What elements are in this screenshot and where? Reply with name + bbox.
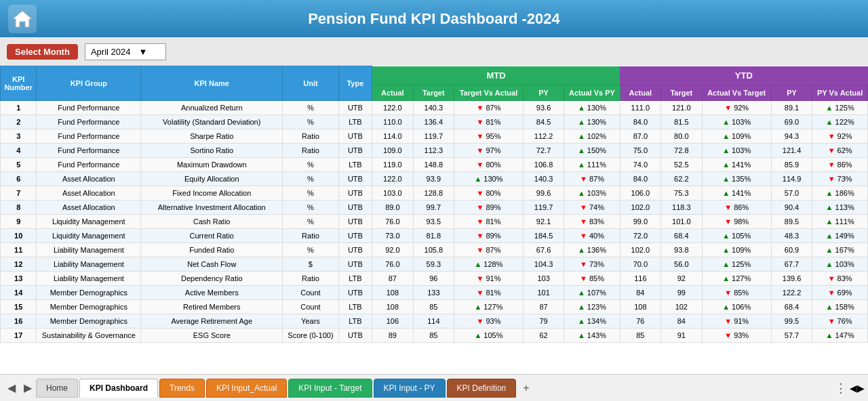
cell-kpi-name: Cash Ratio (141, 214, 283, 228)
col-mtd-target: Target (413, 85, 454, 100)
table-row: 4 Fund Performance Sortino Ratio Ratio U… (1, 143, 868, 157)
cell-kpi-group: Asset Allocation (37, 171, 141, 186)
tab-kpi-definition[interactable]: KPI Definition (447, 379, 517, 398)
cell-ytd-pvsa: ▲ 122% (812, 114, 868, 129)
cell-mtd-avpy: ▼ 73% (564, 257, 620, 271)
cell-kpi-group: Fund Performance (37, 100, 141, 114)
tab-prev-button[interactable]: ◀ (3, 381, 20, 394)
cell-type: UTB (338, 129, 372, 143)
cell-kpi-name: Alternative Investment Allocation (141, 200, 283, 214)
cell-ytd-actual: 111.0 (620, 100, 660, 114)
tab-arrow-left-icon[interactable]: ◀ (850, 383, 857, 394)
cell-kpi-group: Asset Allocation (37, 186, 141, 200)
tab-kpi-input-py[interactable]: KPI Input - PY (374, 379, 446, 398)
arrow-down-icon: ▼ (724, 104, 732, 112)
cell-kpi-group: Member Demographics (37, 314, 141, 328)
ytd-section-header: YTD (620, 66, 867, 85)
cell-mtd-actual: 76.0 (372, 214, 413, 228)
arrow-up-icon: ▲ (578, 246, 585, 254)
cell-mtd-tva: ▲ 127% (454, 299, 524, 314)
arrow-down-icon: ▼ (476, 146, 484, 154)
cell-ytd-pvsa: ▲ 149% (812, 228, 868, 242)
col-mtd-py: PY (523, 85, 564, 100)
arrow-up-icon: ▲ (578, 132, 585, 140)
tab-trends[interactable]: Trends (159, 379, 205, 398)
cell-ytd-actual: 99.0 (620, 214, 660, 228)
cell-kpi-number: 17 (1, 328, 37, 342)
arrow-up-icon: ▲ (578, 303, 585, 311)
cell-mtd-avpy: ▲ 107% (564, 285, 620, 299)
cell-mtd-tva: ▼ 87% (454, 100, 524, 114)
cell-type: LTB (338, 271, 372, 285)
tab-add-button[interactable]: + (517, 379, 534, 397)
cell-mtd-avpy: ▲ 123% (564, 299, 620, 314)
dropdown-arrow-icon: ▼ (138, 47, 147, 57)
cell-mtd-target: 114 (413, 314, 454, 328)
cell-type: UTB (338, 228, 372, 242)
cell-mtd-actual: 92.0 (372, 242, 413, 257)
cell-ytd-pvsa: ▲ 167% (812, 242, 868, 257)
cell-mtd-py: 72.7 (523, 143, 564, 157)
cell-unit: Ratio (283, 271, 338, 285)
cell-ytd-actual: 87.0 (620, 129, 660, 143)
cell-kpi-number: 6 (1, 171, 37, 186)
select-month-label: Select Month (7, 44, 78, 60)
arrow-down-icon: ▼ (580, 217, 587, 226)
cell-kpi-number: 12 (1, 257, 37, 271)
col-mtd-tva: Target Vs Actual (454, 85, 524, 100)
cell-mtd-tva: ▼ 81% (454, 214, 524, 228)
cell-kpi-name: Retired Members (141, 299, 283, 314)
tab-home[interactable]: Home (36, 379, 78, 398)
table-row: 17 Sustainability & Governance ESG Score… (1, 328, 868, 342)
arrow-up-icon: ▲ (474, 303, 481, 311)
cell-kpi-number: 16 (1, 314, 37, 328)
cell-mtd-avpy: ▲ 130% (564, 100, 620, 114)
tab-kpi-input-actual[interactable]: KPI Input_Actual (206, 379, 287, 398)
cell-ytd-pvsa: ▲ 113% (812, 200, 868, 214)
cell-mtd-py: 93.6 (523, 100, 564, 114)
cell-kpi-number: 7 (1, 186, 37, 200)
arrow-up-icon: ▲ (578, 146, 585, 154)
arrow-up-icon: ▲ (722, 175, 730, 183)
cell-ytd-target: 68.4 (661, 228, 702, 242)
tab-kpi-input-target[interactable]: KPI Input - Target (288, 379, 372, 398)
cell-type: UTB (338, 214, 372, 228)
arrow-down-icon: ▼ (828, 146, 835, 154)
cell-ytd-actual: 72.0 (620, 228, 660, 242)
arrow-up-icon: ▲ (826, 331, 833, 339)
cell-mtd-avpy: ▲ 102% (564, 129, 620, 143)
month-dropdown[interactable]: April 2024 ▼ (85, 43, 166, 60)
arrow-down-icon: ▼ (828, 175, 835, 183)
tab-next-button[interactable]: ▶ (20, 381, 36, 394)
cell-ytd-target: 118.3 (661, 200, 702, 214)
col-mtd-avpy: Actual Vs PY (564, 85, 620, 100)
table-row: 1 Fund Performance Annualized Return % U… (1, 100, 868, 114)
tab-arrow-right-icon[interactable]: ▶ (857, 383, 865, 394)
cell-mtd-target: 128.8 (413, 186, 454, 200)
cell-kpi-number: 9 (1, 214, 37, 228)
cell-ytd-target: 72.8 (661, 143, 702, 157)
cell-type: UTB (338, 200, 372, 214)
cell-ytd-target: 62.2 (661, 171, 702, 186)
cell-mtd-actual: 122.0 (372, 171, 413, 186)
cell-mtd-avpy: ▼ 87% (564, 171, 620, 186)
cell-ytd-pvsa: ▼ 83% (812, 271, 868, 285)
cell-kpi-group: Fund Performance (37, 114, 141, 129)
arrow-down-icon: ▼ (476, 232, 484, 240)
cell-mtd-target: 136.4 (413, 114, 454, 129)
cell-kpi-number: 3 (1, 129, 37, 143)
cell-kpi-name: Net Cash Flow (141, 257, 283, 271)
cell-kpi-group: Fund Performance (37, 157, 141, 171)
cell-ytd-avt: ▼ 92% (702, 100, 771, 114)
arrow-up-icon: ▲ (826, 203, 833, 211)
tab-kpi-dashboard[interactable]: KPI Dashboard (79, 379, 158, 398)
cell-ytd-target: 93.8 (661, 242, 702, 257)
tab-more-button[interactable]: ⋮ (835, 381, 847, 396)
cell-ytd-actual: 84 (620, 285, 660, 299)
cell-ytd-py: 99.5 (771, 314, 812, 328)
cell-ytd-py: 85.9 (771, 157, 812, 171)
cell-mtd-tva: ▼ 81% (454, 285, 524, 299)
arrow-up-icon: ▲ (722, 189, 730, 197)
cell-mtd-py: 84.5 (523, 114, 564, 129)
arrow-down-icon: ▼ (476, 104, 484, 112)
